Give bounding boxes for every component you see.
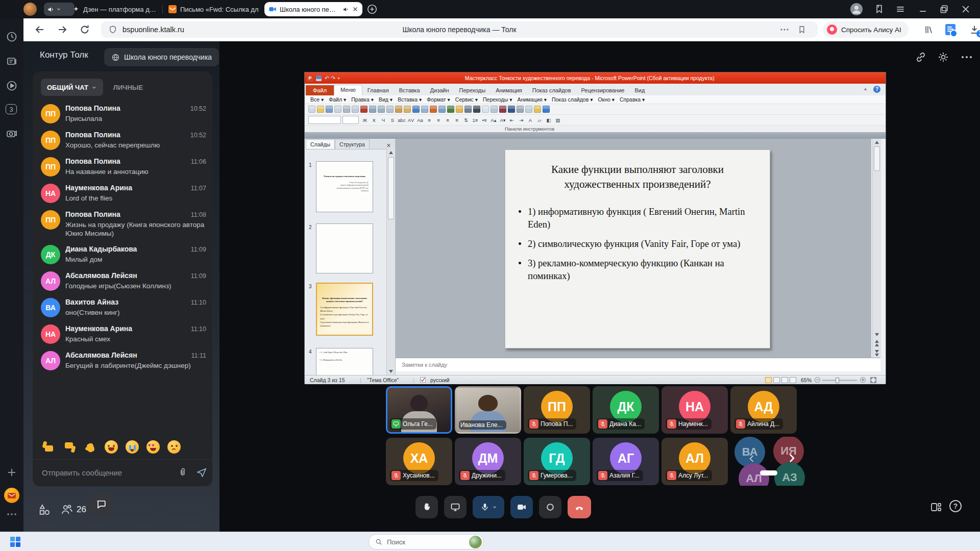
hang-up-button[interactable]	[568, 496, 591, 518]
ppt-thumbnail: 2	[306, 223, 385, 273]
settings-gear-icon[interactable]	[937, 51, 949, 63]
tab-audio-button[interactable]	[44, 3, 75, 16]
back-button[interactable]	[34, 23, 46, 36]
scheme-shapes-icon[interactable]	[38, 503, 51, 516]
participant-tile[interactable]: ДК Диана Ка...	[593, 386, 659, 434]
downloads-icon[interactable]: 2	[969, 24, 980, 35]
screenshot-camera-icon[interactable]	[6, 128, 18, 140]
ppt-divider-band	[305, 132, 886, 139]
app-brand: Контур Толк	[40, 50, 88, 60]
room-name-pill[interactable]: Школа юного переводчика	[104, 48, 219, 66]
help-button[interactable]: ?	[949, 500, 962, 512]
reaction-emoji[interactable]	[63, 440, 76, 454]
history-icon[interactable]	[6, 31, 18, 43]
message-time: 11:08	[191, 211, 208, 218]
tab-speaker-icon[interactable]	[342, 6, 349, 13]
feed-icon[interactable]	[6, 55, 18, 67]
window-minimize-button[interactable]	[918, 4, 928, 14]
message-input[interactable]	[41, 468, 178, 478]
tab-close-icon[interactable]	[352, 6, 358, 12]
reaction-emoji[interactable]	[105, 440, 118, 454]
address-bar[interactable]: bspuonline.ktalk.ru Школа юного переводч…	[101, 21, 818, 38]
ppt-minimize-ribbon-icon: ▴	[864, 86, 867, 91]
camera-button[interactable]	[510, 496, 533, 518]
avatar: НА	[41, 324, 60, 344]
participant-label: Науменк...	[666, 418, 712, 430]
reaction-emoji[interactable]	[42, 440, 55, 454]
window-restore-button[interactable]	[939, 4, 949, 14]
format-icon: ⇥	[517, 117, 525, 123]
url-text[interactable]: bspuonline.ktalk.ru	[122, 26, 184, 34]
chat-panel: ОБЩИЙ ЧАТ ЛИЧНЫЕ ПП Попова Полина 10:52 …	[33, 71, 212, 486]
new-tab-button[interactable]	[366, 4, 378, 15]
participant-tile[interactable]: ПП Попова П...	[524, 386, 590, 434]
extensions-shelf-icon[interactable]	[924, 24, 934, 35]
menu-hamburger-icon[interactable]	[895, 4, 905, 14]
tab-mail[interactable]: Письмо «Fwd: Ссылка дл	[168, 0, 260, 18]
tab-dzen[interactable]: Дзен — платформа для п	[72, 0, 158, 18]
bookmarks-panel-icon[interactable]	[874, 4, 885, 14]
reload-button[interactable]	[79, 23, 91, 36]
tabs-counter-icon[interactable]: 3	[6, 104, 17, 114]
participant-tile[interactable]: АД Айлина Д...	[730, 386, 797, 434]
layout-grid-icon[interactable]	[930, 501, 942, 513]
record-button[interactable]	[539, 496, 561, 518]
participant-tile[interactable]: ГД Гумерова...	[524, 438, 590, 485]
zoom	[534, 106, 541, 113]
participant-avatar: АД	[748, 391, 779, 422]
carousel-next-icon[interactable]	[786, 450, 798, 466]
participant-tile[interactable]: АЛ Алсу Лут...	[662, 438, 728, 485]
message-time: 11:10	[191, 325, 208, 333]
message-author: Абсалямова Лейсян	[65, 271, 137, 280]
copy-link-icon[interactable]	[915, 51, 927, 63]
browser-user-avatar[interactable]	[850, 3, 863, 15]
sidebar-add-icon[interactable]	[6, 466, 18, 479]
participant-avatar: ГД	[541, 442, 573, 474]
raise-hand-button[interactable]	[415, 496, 438, 518]
tab-common-chat[interactable]: ОБЩИЙ ЧАТ	[41, 79, 103, 96]
ppt-menu-item: Все ▾	[308, 96, 326, 103]
alice-ai-button[interactable]: Спросить Алису AI	[823, 21, 909, 38]
reaction-emoji[interactable]	[146, 440, 160, 454]
participant-tile[interactable]: Иванова Еле...	[455, 386, 521, 434]
documents-extension-icon[interactable]	[945, 24, 955, 35]
participant-label: Айлина Д...	[734, 418, 783, 430]
participant-tile[interactable]: НА Науменк...	[662, 386, 728, 434]
ppt-slide-scrollbar	[872, 139, 881, 358]
format-icon: ≡	[425, 117, 433, 123]
participant-tile[interactable]: Ольга Ге...	[386, 386, 452, 434]
view-slideshow-button	[790, 377, 796, 383]
attach-icon[interactable]	[178, 467, 188, 478]
taskbar-search[interactable]: Поиск	[369, 534, 484, 549]
participant-tile[interactable]: ДМ Дружини...	[455, 438, 521, 485]
participant-tile[interactable]: ХА Хусаинов...	[386, 438, 452, 485]
carousel-prev-icon[interactable]	[747, 452, 757, 465]
more-actions-icon[interactable]	[780, 28, 789, 31]
sidebar-more-icon[interactable]	[6, 512, 18, 524]
share-screen-button[interactable]	[444, 496, 467, 518]
tab-personal-chat[interactable]: ЛИЧНЫЕ	[113, 84, 143, 91]
reaction-emoji[interactable]	[84, 440, 97, 454]
video-play-icon[interactable]	[6, 80, 18, 92]
header-more-icon[interactable]	[961, 55, 973, 67]
reaction-emoji[interactable]	[167, 440, 181, 454]
bookmark-flag-icon[interactable]	[797, 25, 806, 34]
start-button[interactable]	[9, 536, 21, 548]
browser-profile-avatar[interactable]	[23, 3, 37, 16]
microphone-button[interactable]	[473, 496, 504, 518]
send-icon[interactable]	[196, 467, 207, 478]
tab-active-talk[interactable]: Школа юного перев	[264, 2, 362, 16]
chat-message-list: ПП Попова Полина 10:52 Присылала ПП Попо…	[41, 104, 208, 414]
yandex-mail-icon[interactable]	[4, 488, 19, 503]
reaction-emoji[interactable]	[126, 440, 139, 454]
window-close-button[interactable]	[961, 4, 971, 14]
chat-message: НА Науменкова Арина 11:07 Lord of the fl…	[41, 184, 208, 203]
participant-tile[interactable]: АГ Азалия Г...	[593, 438, 659, 485]
research	[369, 106, 376, 113]
spelling	[360, 106, 368, 113]
chat-toggle-button[interactable]	[90, 493, 112, 515]
search-highlight-image[interactable]	[469, 536, 482, 548]
duplicate	[525, 106, 532, 113]
forward-button[interactable]	[56, 23, 68, 36]
participants-button[interactable]: 26	[60, 503, 86, 516]
